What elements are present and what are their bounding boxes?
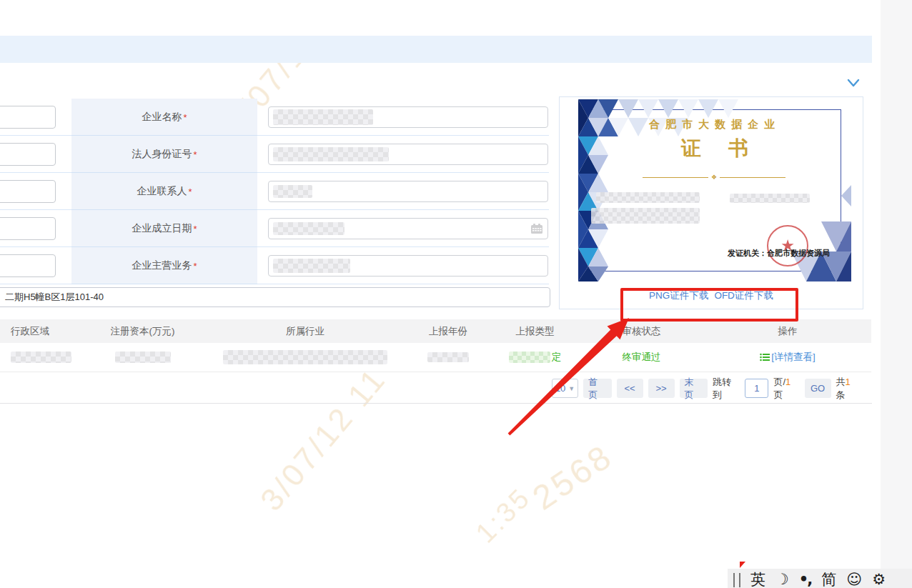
certificate-divider: ❖ [643, 174, 785, 181]
redacted-value [273, 109, 373, 125]
col-header-audit-status: 审核状态 [579, 325, 704, 338]
ime-drag-handle[interactable] [733, 573, 740, 587]
redacted-value [273, 185, 312, 198]
table-row: 定 终审通过 [详情查看] [0, 343, 871, 372]
required-asterisk: * [183, 112, 187, 123]
main-business-input[interactable] [268, 255, 548, 276]
contact-input[interactable] [268, 181, 548, 202]
count-suffix: 条 [836, 389, 846, 400]
certificate-title: 合肥市大数据企业 [578, 118, 851, 131]
field-label-main-business: 企业主营业务* [71, 247, 257, 284]
page-total-label: 页/1页 [773, 376, 799, 402]
table-header-row: 行政区域 注册资本(万元) 所属行业 上报年份 上报类型 审核状态 操作 [0, 319, 871, 343]
jump-to-label: 跳转到 [713, 376, 740, 402]
page-size-value: 10 [555, 383, 565, 394]
redacted-cell [223, 350, 387, 364]
count-number: 1 [846, 377, 851, 387]
required-asterisk: * [193, 149, 197, 160]
col-header-report-type: 上报类型 [491, 325, 579, 338]
gear-icon[interactable]: ⚙ [872, 572, 886, 587]
redacted-cert-line [596, 192, 700, 203]
report-type-suffix: 定 [552, 351, 562, 364]
label-text: 企业主营业务 [132, 259, 192, 272]
col-header-capital: 注册资本(万元) [80, 325, 205, 338]
redacted-cell [115, 352, 171, 363]
first-page-button[interactable]: 首页 [583, 379, 611, 398]
certificate-panel: 合肥市大数据企业 证书 ❖ ★ 发证机关：合肥市数据资源局 PNG证件下载 OF… [559, 96, 863, 309]
left-field-input[interactable] [0, 143, 56, 166]
ime-toolbar: 英 ☽ •, 简 ☺ ⚙ [728, 569, 912, 588]
required-asterisk: * [193, 224, 197, 234]
last-page-button[interactable]: 末页 [680, 379, 708, 398]
left-field-input[interactable] [0, 254, 56, 277]
issuer-text: 发证机关：合肥市数据资源局 [728, 248, 830, 259]
list-icon [760, 353, 770, 362]
field-label-legal-id: 法人身份证号* [71, 136, 257, 173]
page-size-select[interactable]: 10 ▼ [552, 379, 578, 398]
ofd-download-link[interactable]: OFD证件下载 [714, 289, 773, 302]
col-header-actions: 操作 [704, 325, 871, 338]
field-label-contact: 企业联系人* [71, 173, 257, 210]
address-value: 二期H5幢B区1层101-40 [5, 291, 104, 304]
count-prefix: 共 [836, 377, 846, 387]
address-input[interactable]: 二期H5幢B区1层101-40 [0, 287, 550, 307]
label-text: 企业成立日期 [132, 222, 192, 235]
redacted-cert-line [591, 208, 700, 224]
page: 2023/07/1 2568 3/07/12 11 2568 1:35 企业名称… [0, 0, 912, 588]
ime-logo-accent [740, 562, 745, 568]
ime-language-toggle[interactable]: 英 [750, 572, 765, 587]
watermark-text: 3/07/12 11 [254, 361, 394, 518]
page-total-prefix: 页/ [773, 377, 785, 387]
certificate-image: 合肥市大数据企业 证书 ❖ ★ 发证机关：合肥市数据资源局 [578, 99, 851, 281]
page-gutter [881, 0, 912, 588]
redacted-value [273, 222, 345, 235]
calendar-icon[interactable] [530, 223, 543, 234]
watermark-text: 2568 [525, 436, 620, 517]
caret-down-icon: ▼ [568, 385, 575, 392]
founded-date-input[interactable] [268, 218, 548, 239]
redacted-cell [11, 352, 71, 363]
emoji-icon[interactable]: ☺ [846, 572, 862, 587]
required-asterisk: * [193, 261, 197, 271]
detail-view-link[interactable]: [详情查看] [771, 351, 816, 364]
audit-status-text: 终审通过 [623, 352, 661, 362]
company-name-input[interactable] [268, 106, 548, 128]
halfwidth-moon-icon[interactable]: ☽ [775, 572, 789, 587]
watermark-text: 1:35 [470, 482, 537, 549]
legal-id-input[interactable] [268, 144, 548, 165]
redacted-cell [509, 352, 550, 363]
next-page-button[interactable]: >> [648, 379, 675, 398]
page-total-number: 1 [785, 377, 790, 387]
prev-page-button[interactable]: << [617, 379, 643, 398]
chevron-down-icon[interactable] [846, 77, 861, 89]
redacted-cert-line [730, 194, 810, 203]
header-band [0, 36, 872, 63]
redacted-cell [427, 352, 469, 362]
official-seal: ★ [767, 225, 808, 266]
redacted-value [273, 147, 389, 161]
punctuation-icon[interactable]: •, [799, 572, 811, 587]
section-divider [0, 403, 872, 404]
record-count-label: 共1条 [836, 376, 860, 402]
redacted-value [273, 259, 350, 273]
certificate-download-row: PNG证件下载 OFD证件下载 [560, 281, 863, 310]
left-field-input[interactable] [0, 106, 56, 129]
label-text: 法人身份证号 [132, 148, 192, 161]
page-total-suffix: 页 [773, 389, 783, 400]
col-header-industry: 所属行业 [205, 325, 405, 338]
left-field-input[interactable] [0, 217, 56, 240]
pagination-bar: 10 ▼ 首页 << >> 末页 跳转到 1 页/1页 GO 共1条 [552, 378, 859, 399]
left-field-input[interactable] [0, 180, 56, 203]
label-text: 企业联系人 [137, 185, 187, 198]
ime-simplified-toggle[interactable]: 简 [821, 572, 836, 587]
field-label-company-name: 企业名称* [71, 99, 257, 136]
col-header-region: 行政区域 [0, 325, 80, 338]
label-text: 企业名称 [142, 111, 182, 124]
page-number-input[interactable]: 1 [745, 379, 768, 398]
go-button[interactable]: GO [805, 379, 831, 398]
field-label-founded-date: 企业成立日期* [71, 210, 257, 247]
certificate-subtitle: 证书 [578, 135, 851, 162]
png-download-link[interactable]: PNG证件下载 [649, 289, 708, 302]
required-asterisk: * [188, 186, 192, 197]
col-header-report-year: 上报年份 [405, 325, 491, 338]
